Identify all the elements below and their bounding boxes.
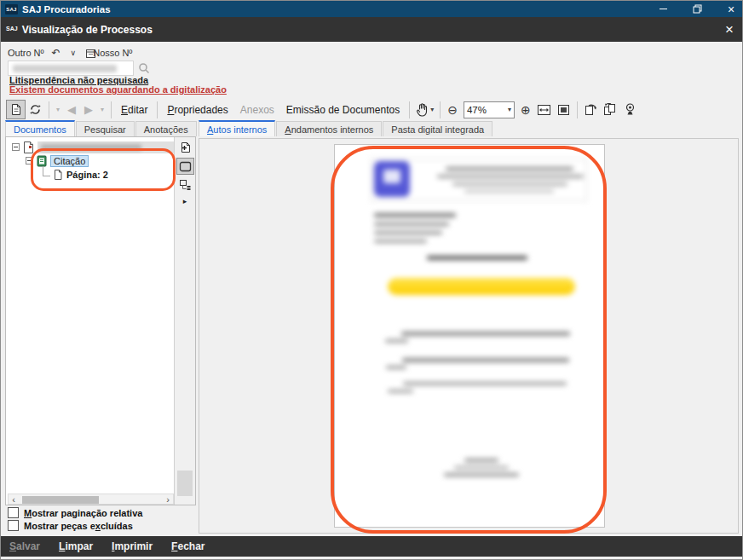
imprimir-button[interactable]: Imprimir: [112, 540, 153, 552]
undo-arrow-icon[interactable]: ↶: [52, 47, 60, 59]
minimize-icon: [659, 9, 667, 9]
strip-scroll-thumb[interactable]: [177, 471, 193, 496]
zoom-level-value: 47%: [467, 105, 508, 115]
rotate-page-icon: [584, 103, 597, 116]
pan-tool-button[interactable]: ▾: [413, 103, 436, 117]
single-page-view-button[interactable]: [176, 158, 194, 175]
tab-documentos[interactable]: Documentos: [5, 120, 75, 136]
salvar-button: Salvar: [9, 540, 40, 552]
limpar-button[interactable]: Limpar: [59, 540, 93, 552]
dialog-title: Visualização de Processos: [22, 24, 153, 36]
refresh-icon: [29, 103, 42, 116]
tree-connector: [43, 166, 50, 176]
window-title: SAJ Procuradorias: [22, 4, 111, 14]
structure-view-button[interactable]: [176, 176, 194, 193]
view-document-button[interactable]: [6, 100, 26, 119]
rotate-all-pages-icon: [603, 103, 617, 116]
restore-button[interactable]: [691, 3, 703, 15]
option-pecas-label: Mostrar peças excluídas: [24, 521, 133, 531]
outro-numero-label: Outro Nº: [8, 48, 44, 58]
last-page-dropdown-icon[interactable]: ▾: [97, 106, 107, 113]
fit-page-icon: [557, 104, 570, 116]
scroll-thumb[interactable]: [22, 496, 99, 504]
rotate-all-pages-button[interactable]: [601, 100, 620, 119]
doc-logo: [374, 161, 410, 197]
tab-anotacoes[interactable]: Anotações: [135, 121, 197, 136]
dialog-close-button[interactable]: ×: [725, 21, 734, 38]
search-icon[interactable]: [138, 62, 150, 74]
action-bar: Salvar Limpar Imprimir Fechar: [1, 536, 742, 557]
strip-more-arrow[interactable]: ▸: [175, 197, 195, 205]
document-form-icon: [10, 103, 22, 116]
tree-item-citacao[interactable]: Citação: [50, 155, 89, 167]
rotate-page-button[interactable]: [581, 100, 601, 119]
saj-sub-icon: SAJ: [6, 26, 18, 32]
tree-tools-strip: ▸: [174, 137, 195, 505]
previous-page-button[interactable]: ◀: [63, 103, 80, 116]
tab-autos-internos[interactable]: Autos internos: [199, 120, 275, 136]
option-paginacao-label: Mostrar paginação relativa: [24, 508, 142, 518]
checkbox-icon[interactable]: [8, 520, 19, 531]
blurred-process-number: [13, 65, 117, 72]
saj-app-icon: SAJ: [5, 4, 18, 14]
zoom-in-button[interactable]: ⊕: [517, 103, 534, 117]
hand-icon: [416, 103, 428, 117]
document-page: [334, 144, 605, 528]
add-page-button[interactable]: [176, 139, 194, 156]
process-number-row: Outro Nº ↶ ∨ Nosso Nº: [8, 47, 132, 59]
webcam-capture-button[interactable]: [620, 100, 640, 119]
close-button[interactable]: ×: [725, 3, 737, 15]
scroll-right-arrow[interactable]: ›: [163, 495, 173, 504]
toolbar-separator: [49, 101, 49, 118]
document-preview-area[interactable]: [199, 138, 739, 534]
zoom-out-button[interactable]: ⊖: [444, 103, 461, 117]
tab-andamentos-internos[interactable]: Andamentos internos: [276, 121, 382, 136]
toolbar-separator: [157, 101, 158, 118]
fit-width-button[interactable]: [534, 100, 554, 119]
zoom-level-combobox[interactable]: 47% ▾: [464, 101, 515, 118]
fechar-button[interactable]: Fechar: [171, 540, 204, 552]
toolbar-separator: [111, 101, 112, 118]
blurred-root-text: [41, 144, 141, 151]
tree-horizontal-scrollbar[interactable]: ‹ ›: [8, 494, 174, 505]
option-pecas-excluidas[interactable]: Mostrar peças excluídas: [8, 520, 133, 531]
hierarchy-icon: [179, 179, 191, 191]
tab-pasta-digital[interactable]: Pasta digital integrada: [383, 121, 492, 136]
first-page-dropdown-icon[interactable]: ▾: [53, 106, 63, 113]
webcam-icon: [625, 103, 636, 116]
minimize-button[interactable]: [657, 3, 669, 15]
tree-item-pagina[interactable]: Página: 2: [66, 170, 108, 180]
tree-root-label[interactable]: [37, 141, 174, 153]
process-number-input[interactable]: [8, 61, 134, 76]
propriedades-button[interactable]: Propriedades: [161, 104, 233, 116]
fit-page-button[interactable]: [554, 100, 573, 119]
subtitlebar: SAJ Visualização de Processos ×: [1, 17, 742, 42]
digitalizacao-link[interactable]: Existem documentos aguardando a digitali…: [9, 84, 227, 95]
zoom-dropdown-icon[interactable]: ▾: [508, 106, 511, 113]
add-page-icon: [180, 141, 191, 153]
process-document-icon: [23, 141, 33, 153]
pan-dropdown-icon[interactable]: ▾: [430, 106, 434, 113]
doc-yellow-highlight: [388, 278, 575, 295]
tree-citacao-row[interactable]: Citação: [26, 154, 89, 167]
app-window: SAJ SAJ Procuradorias × SAJ Visualização…: [0, 0, 743, 560]
restore-icon: [693, 4, 702, 14]
tree-root-row[interactable]: [12, 141, 174, 153]
left-tab-bar: Documentos Pesquisar Anotações: [5, 120, 198, 136]
chevron-down-icon[interactable]: ∨: [71, 49, 77, 57]
collapse-icon[interactable]: [12, 143, 20, 151]
next-page-button[interactable]: ▶: [80, 103, 97, 116]
editar-button[interactable]: Editar: [115, 104, 153, 116]
scroll-track[interactable]: [19, 494, 163, 504]
option-paginacao-relativa[interactable]: Mostrar paginação relativa: [8, 507, 142, 518]
toolbar-separator: [409, 101, 410, 118]
checkbox-icon[interactable]: [8, 507, 19, 518]
refresh-button[interactable]: [26, 100, 45, 119]
toolbar-separator: [440, 101, 441, 118]
tree-pagina-row[interactable]: Página: 2: [43, 168, 108, 181]
collapse-icon[interactable]: [26, 157, 33, 165]
main-toolbar: ▾ ◀ ▶ ▾ Editar Propriedades Anexos Emiss…: [6, 98, 640, 121]
emissao-documentos-button[interactable]: Emissão de Documentos: [280, 104, 406, 116]
tab-pesquisar[interactable]: Pesquisar: [76, 121, 135, 136]
scroll-left-arrow[interactable]: ‹: [9, 495, 19, 504]
